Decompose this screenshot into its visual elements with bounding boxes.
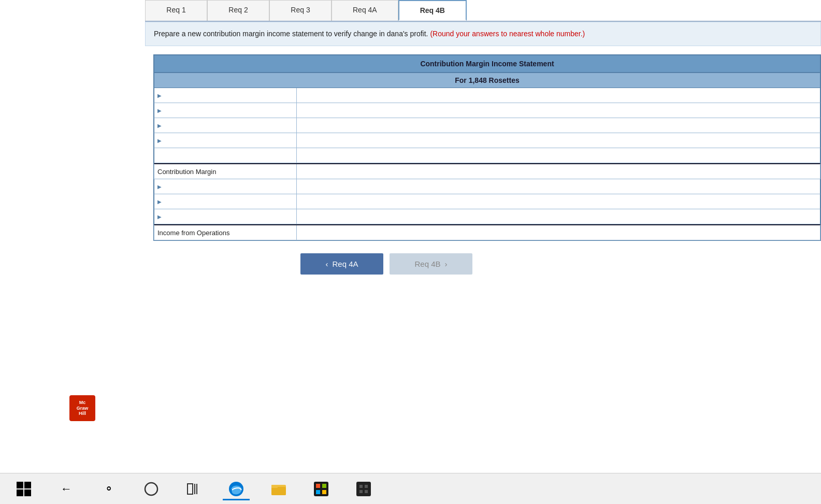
row-value-5[interactable] — [297, 148, 820, 163]
svg-rect-12 — [322, 490, 326, 494]
statement-container: Contribution Margin Income Statement For… — [153, 54, 821, 241]
ms-store-icon — [312, 480, 330, 498]
table-row — [154, 194, 820, 209]
input-row-1[interactable] — [300, 91, 817, 98]
file-explorer-button[interactable] — [265, 478, 292, 500]
next-button-label: Req 4B — [414, 260, 440, 268]
statement-title: Contribution Margin Income Statement — [154, 55, 820, 73]
statement-table-wrapper: Contribution Margin Income Statement For… — [153, 54, 821, 241]
task-view-button[interactable] — [180, 478, 207, 500]
search-button[interactable]: ⚬ — [95, 478, 122, 500]
next-button[interactable]: Req 4B › — [390, 253, 472, 275]
back-button[interactable]: ← — [53, 478, 80, 500]
table-row — [154, 103, 820, 118]
windows-start-button[interactable] — [10, 478, 37, 500]
contribution-margin-label: Contribution Margin — [154, 164, 297, 179]
next-chevron-icon: › — [445, 260, 448, 268]
tab-req4b[interactable]: Req 4B — [398, 0, 467, 21]
row-value-8[interactable] — [297, 209, 820, 224]
input-row-5[interactable] — [300, 151, 817, 159]
instructions-note: (Round your answers to nearest whole num… — [430, 30, 585, 38]
statement-subtitle: For 1,848 Rosettes — [154, 73, 820, 88]
windows-logo-icon — [15, 480, 33, 498]
task-view-icon — [184, 480, 203, 498]
input-row-7[interactable] — [300, 197, 817, 205]
svg-rect-7 — [271, 485, 278, 488]
contribution-margin-value[interactable] — [297, 164, 820, 179]
row-value-2[interactable] — [297, 103, 820, 118]
svg-rect-10 — [322, 484, 326, 488]
income-from-operations-value[interactable] — [297, 225, 820, 240]
tab-req1[interactable]: Req 1 — [145, 0, 207, 21]
input-row-8[interactable] — [300, 212, 817, 220]
table-row — [154, 88, 820, 103]
svg-rect-9 — [316, 484, 320, 488]
row-value-7[interactable] — [297, 194, 820, 209]
main-content: Prepare a new contribution margin income… — [145, 22, 821, 275]
extra-icon — [354, 480, 373, 498]
row-label-6 — [154, 179, 297, 194]
input-row-6[interactable] — [300, 182, 817, 190]
input-contribution-margin[interactable] — [300, 167, 817, 175]
row-label-4 — [154, 133, 297, 148]
tab-req2[interactable]: Req 2 — [207, 0, 269, 21]
prev-button[interactable]: ‹ Req 4A — [300, 253, 383, 275]
instructions-text: Prepare a new contribution margin income… — [154, 30, 428, 38]
taskbar: ← ⚬ — [0, 473, 821, 504]
edge-icon — [227, 480, 246, 498]
mcgraw-hill-logo: McGrawHill — [69, 395, 95, 421]
row-label-7 — [154, 194, 297, 209]
svg-rect-16 — [359, 490, 363, 493]
row-label-1 — [154, 88, 297, 103]
row-value-4[interactable] — [297, 133, 820, 148]
svg-rect-14 — [359, 485, 363, 488]
tab-req4a[interactable]: Req 4A — [332, 0, 398, 21]
input-row-3[interactable] — [300, 121, 817, 128]
file-explorer-icon — [269, 480, 288, 498]
svg-rect-15 — [365, 485, 368, 488]
income-from-operations-row: Income from Operations — [154, 224, 820, 240]
svg-point-0 — [145, 483, 157, 495]
extra-taskbar-icon[interactable] — [350, 478, 377, 500]
edge-active-indicator — [223, 499, 250, 500]
table-row — [154, 209, 820, 224]
income-from-operations-label: Income from Operations — [154, 225, 297, 240]
input-row-2[interactable] — [300, 106, 817, 113]
prev-button-label: Req 4A — [332, 260, 358, 268]
edge-browser-button[interactable] — [223, 478, 250, 500]
input-row-4[interactable] — [300, 136, 817, 143]
table-row — [154, 148, 820, 163]
row-label-2 — [154, 103, 297, 118]
instructions-box: Prepare a new contribution margin income… — [145, 22, 821, 46]
svg-rect-13 — [356, 482, 371, 496]
nav-buttons: ‹ Req 4A Req 4B › — [300, 253, 821, 275]
tab-bar: Req 1 Req 2 Req 3 Req 4A Req 4B — [145, 0, 821, 22]
svg-rect-6 — [271, 487, 286, 495]
prev-chevron-icon: ‹ — [325, 260, 328, 268]
cortana-icon — [142, 480, 161, 498]
tab-req3[interactable]: Req 3 — [269, 0, 332, 21]
contribution-margin-row: Contribution Margin — [154, 163, 820, 179]
svg-rect-1 — [188, 484, 193, 494]
svg-rect-17 — [365, 490, 368, 493]
row-value-6[interactable] — [297, 179, 820, 194]
input-income-from-operations[interactable] — [300, 228, 817, 236]
row-label-8 — [154, 209, 297, 224]
search-icon: ⚬ — [99, 480, 118, 498]
ms-store-button[interactable] — [308, 478, 335, 500]
row-value-3[interactable] — [297, 118, 820, 133]
table-row — [154, 133, 820, 148]
row-label-5 — [154, 148, 297, 163]
table-row — [154, 118, 820, 133]
svg-rect-11 — [316, 490, 320, 494]
cortana-button[interactable] — [138, 478, 165, 500]
back-icon: ← — [57, 480, 76, 498]
row-label-3 — [154, 118, 297, 133]
table-row — [154, 179, 820, 194]
mcgraw-text: McGrawHill — [77, 400, 89, 416]
row-value-1[interactable] — [297, 88, 820, 103]
